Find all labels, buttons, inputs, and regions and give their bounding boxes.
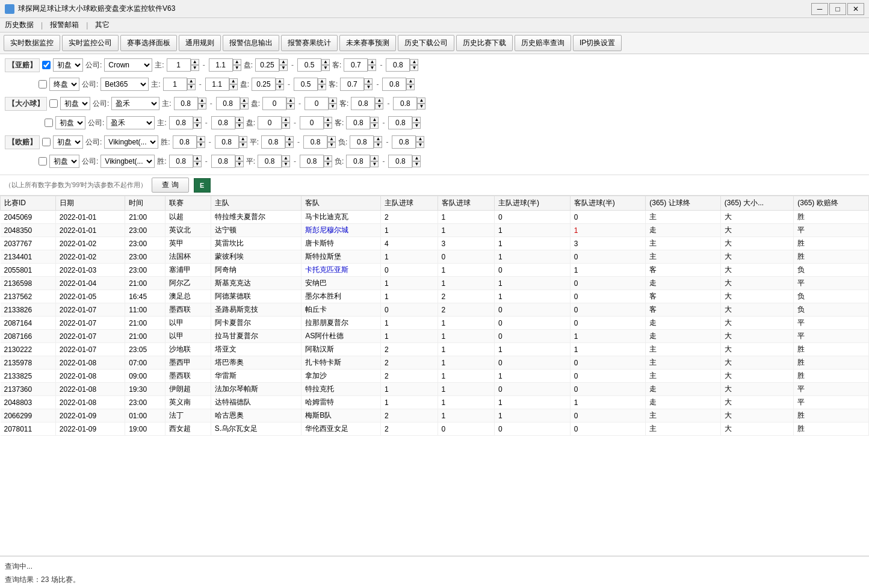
table-cell: 0 [570,290,646,303]
yabo-row1-val3-input[interactable] [344,58,368,72]
table-row[interactable]: 20450692022-01-0121:00以超特拉维夫夏普尔马卡比迪克瓦210… [1,211,869,224]
table-row[interactable]: 20662992022-01-0901:00法丁哈古恩奥梅斯B队2110主大胜 [1,409,869,422]
daxiao-row1-pan-input[interactable] [262,97,286,110]
query-button[interactable]: 查 询 [152,178,188,193]
btn-future-predict[interactable]: 未来赛事预测 [339,35,396,51]
table-row[interactable]: 20780112022-01-0919:00西女超S.乌尔瓦女足华伦西亚女足20… [1,422,869,436]
daxiao-row1-type-select[interactable]: 初盘 [60,97,90,110]
maximize-button[interactable]: □ [829,3,846,15]
btn-ip-switch[interactable]: IP切换设置 [573,35,622,51]
table-row[interactable]: 21338262022-01-0711:00墨西联圣路易斯竞技帕丘卡0200客大… [1,303,869,317]
btn-general-rules[interactable]: 通用规则 [179,35,221,51]
yabo-row1-zhu-up[interactable]: ▲ [191,59,199,65]
table-cell: 大 [720,356,793,370]
yabo-row2-zhu-down[interactable]: ▼ [187,84,196,90]
table-row[interactable]: 20871662022-01-0721:00以甲拉马甘夏普尔AS阿什杜德1101… [1,330,869,343]
yabo-row1-checkbox[interactable] [42,61,51,69]
yabo-row1-pan-up[interactable]: ▲ [279,59,288,65]
yabo-row2-val4-input[interactable] [382,78,406,91]
table-row[interactable]: 20377672022-01-0223:00英甲莫雷坎比唐卡斯特4313主大胜 [1,237,869,250]
btn-history-download-company[interactable]: 历史下载公司 [398,35,454,51]
daxiao-row2-company-select[interactable]: 盈禾 [107,116,155,129]
table-cell: 主 [646,370,721,383]
table-row[interactable]: 21373602022-01-0819:30伊朗超法加尔琴帕斯特拉克托1100走… [1,383,869,396]
yabo-row1-val4-up[interactable]: ▲ [410,59,418,65]
yabo-row2-checkbox[interactable] [39,80,47,88]
table-cell: 0 [495,383,571,396]
oubei-row1-company-select[interactable]: Vikingbet(... [104,135,158,149]
yabo-row1-val2-input[interactable] [297,58,321,72]
yabo-row2-company-select[interactable]: Bet365Crown [101,78,149,91]
yabo-row1-val2-down[interactable]: ▼ [321,65,330,71]
table-cell: 大 [720,211,793,224]
table-cell: 23:00 [125,250,165,264]
table-row[interactable]: 20558012022-01-0323:00塞浦甲阿奇纳卡托克匹亚斯0101客大… [1,264,869,277]
daxiao-row1-val2-input[interactable] [305,97,329,110]
yabo-row1-val1-input[interactable] [209,58,233,72]
menu-other[interactable]: 其它 [93,19,112,31]
table-row[interactable]: 20871642022-01-0721:00以甲阿卡夏普尔拉那朋夏普尔1100走… [1,317,869,330]
table-row[interactable]: 21375622022-01-0516:45澳足总阿德莱德联墨尔本胜利1210客… [1,290,869,303]
btn-alert-stats[interactable]: 报警赛果统计 [281,35,338,51]
oubei-row2-checkbox[interactable] [39,157,47,166]
table-row[interactable]: 21302222022-01-0723:05沙地联塔亚文阿勒汉斯2111主大胜 [1,343,869,356]
table-row[interactable]: 21338252022-01-0809:00墨西联华雷斯拿加沙2110主大胜 [1,370,869,383]
yabo-row1-pan-down[interactable]: ▼ [279,65,288,71]
oubei-row2-company-select[interactable]: Vikingbet(... [101,155,155,168]
btn-history-odds[interactable]: 历史赔率查询 [515,35,571,51]
daxiao-row1-val1-input[interactable] [216,97,240,110]
yabo-row2-val2-input[interactable] [294,78,318,91]
daxiao-row2-checkbox[interactable] [45,119,53,127]
table-cell: 1 [380,317,438,330]
daxiao-row1-zhu-input[interactable] [174,97,198,110]
yabo-row1-val4-down[interactable]: ▼ [410,65,418,71]
yabo-row1-val1-up[interactable]: ▲ [233,59,241,65]
yabo-row2-type-select[interactable]: 终盘初盘 [49,78,79,91]
table-row[interactable]: 21359782022-01-0807:00墨西甲塔巴蒂奥扎卡特卡斯2100主大… [1,356,869,370]
yabo-row1-type-select[interactable]: 初盘终盘 [53,58,83,72]
table-row[interactable]: 20483502022-01-0123:00英议北达宁顿斯彭尼穆尔城1111走大… [1,224,869,237]
yabo-row1-val3-down[interactable]: ▼ [368,65,376,71]
daxiao-row2-type-select[interactable]: 初盘 [55,116,85,129]
btn-event-panel[interactable]: 赛事选择面板 [120,35,177,51]
table-container[interactable]: 比赛ID 日期 时间 联赛 主队 客队 主队进球 客队进球 主队进球(半) 客队… [0,196,869,556]
daxiao-row1-checkbox[interactable] [49,99,58,108]
yabo-row1-val4-input[interactable] [386,58,410,72]
oubei-row1-checkbox[interactable] [42,138,51,146]
menu-history[interactable]: 历史数据 [2,19,36,31]
btn-realtime-company[interactable]: 实时监控公司 [62,35,119,51]
table-cell: 0 [380,303,438,317]
title-bar: 球探网足球让球大小球欧赔变盘变水监控软件V63 ─ □ ✕ [0,0,869,18]
table-row[interactable]: 21365982022-01-0421:00阿尔乙斯基克克达安纳巴1110走大平 [1,277,869,290]
yabo-row2-val1-input[interactable] [205,78,229,91]
yabo-row1-val1-down[interactable]: ▼ [233,65,241,71]
table-row[interactable]: 20488032022-01-0823:00英义南达特福德队哈姆雷特1111走大… [1,396,869,409]
yabo-row2-pan-input[interactable] [252,78,276,91]
yabo-row2-zhu-up[interactable]: ▲ [187,78,196,84]
daxiao-row1-val4-input[interactable] [393,97,417,110]
daxiao-row1-company-select[interactable]: 盈禾 [111,97,159,110]
oubei-row2-type-select[interactable]: 初盘 [49,155,79,168]
table-cell: 大 [720,264,793,277]
menu-email[interactable]: 报警邮箱 [48,19,81,31]
close-button[interactable]: ✕ [847,3,864,15]
btn-history-download[interactable]: 历史比赛下载 [456,35,513,51]
excel-export-button[interactable]: E [194,178,211,193]
col-header-league: 联赛 [165,196,211,211]
yabo-row1-zhu-input[interactable] [167,58,191,72]
table-row[interactable]: 21344012022-01-0223:00法国杯蒙彼利埃斯特拉斯堡1010主大… [1,250,869,264]
daxiao-row1-val3-input[interactable] [351,97,375,110]
yabo-row1-val2-up[interactable]: ▲ [321,59,330,65]
yabo-row1-pan-input[interactable] [255,58,279,72]
yabo-row2-company-label: 公司: [82,79,98,90]
minimize-button[interactable]: ─ [811,3,828,15]
btn-alert-output[interactable]: 报警信息输出 [223,35,279,51]
oubei-row1-type-select[interactable]: 初盘 [53,135,83,149]
table-cell: 唐卡斯特 [302,237,381,250]
yabo-row1-val3-up[interactable]: ▲ [368,59,376,65]
btn-realtime-monitor[interactable]: 实时数据监控 [4,35,60,51]
yabo-row2-zhu-input[interactable] [163,78,187,91]
yabo-row2-val3-input[interactable] [340,78,364,91]
yabo-row1-company-select[interactable]: CrownBet365 [104,58,152,72]
yabo-row1-zhu-down[interactable]: ▼ [191,65,199,71]
